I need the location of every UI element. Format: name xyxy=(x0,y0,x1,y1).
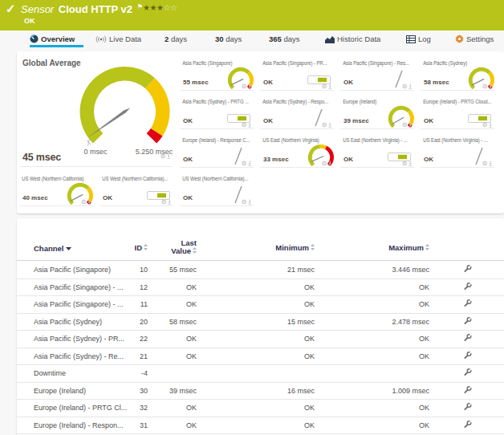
channel-tile-value: 40 msec xyxy=(22,194,48,201)
table-row: Europe (Ireland) - PRTG Cl...32OKOKOK xyxy=(17,400,504,417)
tile-pin-icon xyxy=(489,161,492,166)
tab-log[interactable]: Log xyxy=(406,35,431,47)
tab-30-days[interactable]: 30 days xyxy=(215,35,242,47)
channel-tile-icons[interactable] xyxy=(402,122,413,127)
channel-settings-wrench-icon[interactable] xyxy=(458,265,476,275)
channel-tile[interactable]: US West (Northern California)40 msec xyxy=(19,169,93,206)
channel-tile[interactable]: US West (Northern California)...OK xyxy=(100,169,173,206)
column-header-maximum[interactable]: Maximum xyxy=(315,243,429,253)
channel-tile-icons[interactable] xyxy=(242,122,252,127)
channel-tile[interactable]: Europe (Ireland) - Response C...OK xyxy=(180,130,254,168)
channel-tile-icons[interactable] xyxy=(242,199,252,204)
gear-icon xyxy=(455,35,464,45)
channel-tile[interactable]: Asia Pacific (Sydney)58 msec xyxy=(421,53,494,91)
table-row: Asia Pacific (Singapore)1055 msec21 msec… xyxy=(17,262,504,279)
channel-tile-icons[interactable] xyxy=(482,122,493,127)
tab-historic-data[interactable]: Historic Data xyxy=(325,35,380,47)
channel-tile[interactable]: Asia Pacific (Sydney) - Respo...OK xyxy=(260,91,334,129)
channel-tile-icons[interactable] xyxy=(322,83,332,88)
channel-tile[interactable]: Asia Pacific (Singapore) - Res...OK xyxy=(340,53,414,91)
channel-tile[interactable]: Asia Pacific (Singapore)55 msec xyxy=(180,53,254,91)
channel-settings-wrench-icon[interactable] xyxy=(458,385,476,396)
cell-minimum: OK xyxy=(197,300,315,308)
channel-tile-icons[interactable] xyxy=(242,83,252,88)
cell-minimum: OK xyxy=(197,404,315,412)
chart-icon xyxy=(325,35,335,45)
channel-tile-icons[interactable] xyxy=(322,122,332,127)
channel-tile-value: 39 msec xyxy=(343,117,369,124)
cell-minimum: 16 msec xyxy=(197,387,315,395)
channel-settings-wrench-icon[interactable] xyxy=(458,368,476,379)
global-tile-icons[interactable] xyxy=(161,148,171,162)
channel-tile[interactable]: US East (Northern Virginia) - ...OK xyxy=(421,130,494,168)
channel-tile-icons[interactable] xyxy=(242,161,252,165)
channel-tile-title: Europe (Ireland) - PRTG Cloud... xyxy=(421,91,498,105)
cell-minimum: 21 msec xyxy=(197,266,315,274)
channel-tile[interactable]: Europe (Ireland)39 msec xyxy=(340,91,414,129)
sort-desc-icon xyxy=(66,243,71,252)
tab-settings[interactable]: Settings xyxy=(455,35,494,47)
table-row: Asia Pacific (Sydney)2058 msec15 msec2.4… xyxy=(17,314,504,331)
tile-pin-icon xyxy=(328,84,331,89)
channel-tile-icons[interactable] xyxy=(402,83,413,88)
channel-settings-wrench-icon[interactable] xyxy=(458,403,476,413)
cell-last-value: OK xyxy=(148,300,197,308)
cell-minimum: OK xyxy=(197,352,315,360)
channel-settings-wrench-icon[interactable] xyxy=(458,299,476,310)
priority-stars[interactable]: ★★★☆☆ xyxy=(143,3,177,12)
table-row: Europe (Ireland)3039 msec16 msec1.009 ms… xyxy=(17,383,504,400)
tile-pin-icon xyxy=(168,200,171,205)
cell-id: -4 xyxy=(113,369,148,377)
cell-maximum: 2.478 msec xyxy=(315,318,429,326)
column-header-id[interactable]: ID xyxy=(113,243,148,253)
gauge-min-label: 0 msec xyxy=(83,148,107,156)
channel-tile[interactable]: Europe (Ireland) - PRTG Cloud...OK xyxy=(421,91,494,129)
channel-settings-wrench-icon[interactable] xyxy=(458,334,476,344)
channel-tile[interactable]: US West (Northern California)...OK xyxy=(180,169,254,206)
channel-settings-wrench-icon[interactable] xyxy=(458,316,476,327)
column-header-channel[interactable]: Channel xyxy=(34,243,71,253)
channel-tile[interactable]: US East (Northern Virginia) - ...OK xyxy=(340,130,414,168)
channel-tile-icons[interactable] xyxy=(482,161,493,165)
channel-tile-title: Asia Pacific (Sydney) xyxy=(421,53,498,67)
global-average-tile: Global Average 0 msec 5.250 msec 45 msec xyxy=(19,52,173,167)
channel-tile-icons[interactable] xyxy=(402,161,413,165)
tab-2-days[interactable]: 2 days xyxy=(165,35,187,47)
tile-gear-icon xyxy=(323,161,326,165)
status-check-icon: ✓ xyxy=(6,2,16,16)
cell-maximum: 1.009 msec xyxy=(315,387,429,395)
tab-365-days[interactable]: 365 days xyxy=(269,35,300,47)
tile-gear-icon xyxy=(242,84,246,87)
channel-tile-icons[interactable] xyxy=(322,161,332,165)
channel-tile-icons[interactable] xyxy=(81,199,91,204)
column-header-last-value[interactable]: LastValue xyxy=(148,239,197,256)
table-row: Asia Pacific (Singapore) - ...11OKOKOK xyxy=(17,296,504,314)
channel-tile-icons[interactable] xyxy=(482,83,493,88)
channel-settings-wrench-icon[interactable] xyxy=(458,351,476,361)
table-row: Downtime-4 xyxy=(17,365,504,383)
channel-tile-icons[interactable] xyxy=(161,199,172,204)
tab-live-data[interactable]: Live Data xyxy=(96,35,141,47)
cell-id: 32 xyxy=(113,404,148,412)
cell-maximum: OK xyxy=(315,300,429,308)
cell-id: 30 xyxy=(113,387,148,395)
tile-pin-icon xyxy=(489,84,492,89)
tile-gear-icon xyxy=(242,161,246,165)
channel-tile[interactable]: US East (Northern Virginia)33 msec xyxy=(260,130,334,168)
channel-tile-title: US East (Northern Virginia) xyxy=(260,130,337,144)
tile-gear-icon xyxy=(161,154,165,157)
tile-gear-icon xyxy=(323,123,326,126)
channel-tile[interactable]: Asia Pacific (Sydney) - PRTG ...OK xyxy=(180,91,254,129)
channel-tile-title: Europe (Ireland) - Response C... xyxy=(180,130,257,144)
channel-settings-wrench-icon[interactable] xyxy=(458,282,476,292)
tile-pin-icon xyxy=(248,123,251,128)
channel-settings-wrench-icon[interactable] xyxy=(458,420,476,430)
table-row: Asia Pacific (Singapore) - ...12OKOKOK xyxy=(17,279,504,297)
channel-tile-value: OK xyxy=(263,117,273,124)
channel-tile[interactable]: Asia Pacific (Singapore) - PR...OK xyxy=(260,53,334,91)
sensor-title: Cloud HTTP v2 xyxy=(59,3,132,15)
column-header-minimum[interactable]: Minimum xyxy=(197,243,315,253)
table-row: Asia Pacific (Sydney) - Re...21OKOKOK xyxy=(17,348,504,366)
cell-id: 10 xyxy=(113,266,148,274)
tile-pin-icon xyxy=(248,200,251,205)
